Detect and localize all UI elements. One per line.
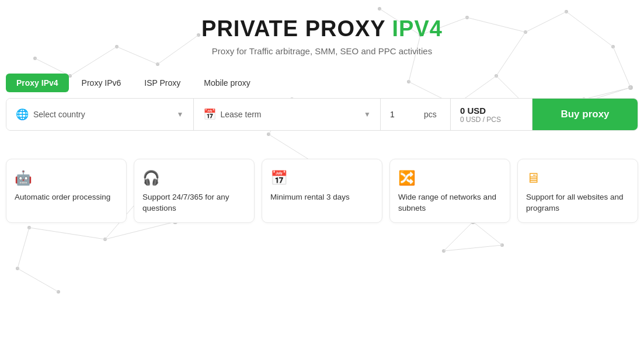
tab-proxy-ipv4[interactable]: Proxy IPv4	[6, 74, 69, 92]
quantity-input[interactable]	[390, 110, 419, 119]
feature-text-4: Support for all websites and programs	[526, 192, 629, 214]
price-usd: 0 USD	[460, 106, 523, 116]
svg-point-24	[500, 243, 504, 247]
title-green: IPV4	[392, 16, 443, 41]
hero-section: PRIVATE PROXY IPV4 Proxy for Traffic arb…	[0, 0, 644, 65]
network-icon: 🔀	[398, 170, 502, 186]
feature-card-0: 🤖 Automatic order processing	[6, 159, 127, 223]
pcs-label: pcs	[424, 110, 437, 119]
order-form: 🌐 Select country ▼ 📅 Lease term ▼ pcs 0 …	[6, 98, 638, 131]
lease-term-selector[interactable]: 📅 Lease term ▼	[194, 99, 381, 130]
calendar-feature-icon: 📅	[270, 170, 374, 186]
chevron-down-icon-2: ▼	[364, 110, 371, 118]
hero-subtitle: Proxy for Traffic arbitrage, SMM, SEO an…	[12, 46, 632, 56]
lease-label: Lease term	[221, 110, 360, 119]
svg-line-51	[18, 228, 29, 268]
svg-line-52	[18, 268, 58, 292]
feature-card-3: 🔀 Wide range of networks and subnets	[389, 159, 510, 223]
quantity-field[interactable]: pcs	[381, 99, 451, 130]
tab-mobile-proxy[interactable]: Mobile proxy	[193, 74, 260, 92]
feature-text-3: Wide range of networks and subnets	[398, 192, 502, 214]
price-display: 0 USD 0 USD / PCS	[451, 99, 532, 130]
title-black: PRIVATE PROXY	[201, 16, 385, 41]
tab-isp-proxy[interactable]: ISP Proxy	[134, 74, 191, 92]
feature-text-2: Minimum rental 3 days	[270, 192, 374, 203]
price-per-unit: 0 USD / PCS	[460, 116, 523, 124]
calendar-icon: 📅	[203, 108, 216, 121]
svg-line-50	[29, 228, 105, 239]
svg-point-22	[57, 290, 60, 294]
feature-text-1: Support 24/7/365 for any questions	[142, 192, 246, 214]
svg-point-21	[16, 267, 19, 270]
headset-icon: 🎧	[142, 170, 246, 186]
features-section: 🤖 Automatic order processing 🎧 Support 2…	[0, 148, 644, 229]
svg-point-19	[103, 238, 107, 241]
robot-icon: 🤖	[15, 170, 118, 186]
feature-card-1: 🎧 Support 24/7/365 for any questions	[134, 159, 255, 223]
monitor-icon: 🖥	[526, 170, 629, 186]
buy-proxy-button[interactable]: Buy proxy	[532, 99, 638, 130]
chevron-down-icon: ▼	[177, 110, 184, 118]
feature-text-0: Automatic order processing	[15, 192, 118, 203]
svg-point-25	[442, 249, 445, 253]
svg-line-54	[444, 245, 502, 251]
page-title: PRIVATE PROXY IPV4	[12, 16, 632, 41]
globe-icon: 🌐	[16, 108, 29, 121]
feature-card-2: 📅 Minimum rental 3 days	[262, 159, 382, 223]
feature-card-4: 🖥 Support for all websites and programs	[517, 159, 638, 223]
tab-proxy-ipv6[interactable]: Proxy IPv6	[71, 74, 132, 92]
country-label: Select country	[33, 110, 172, 119]
proxy-tabs: Proxy IPv4 Proxy IPv6 ISP Proxy Mobile p…	[0, 65, 644, 98]
country-selector[interactable]: 🌐 Select country ▼	[6, 99, 194, 130]
